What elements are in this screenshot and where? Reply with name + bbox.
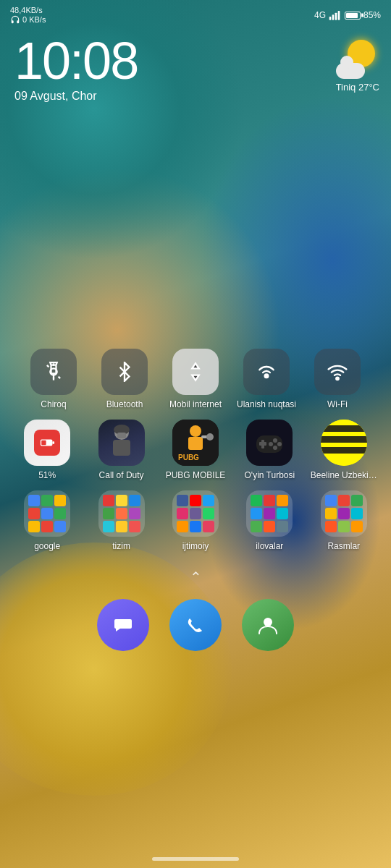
flashlight-icon: [43, 362, 64, 382]
folder-dot: [129, 495, 140, 506]
callofduty-label: Call of Duty: [99, 470, 144, 480]
toggle-chiroq[interactable]: Chiroq: [22, 349, 85, 409]
beeline-label: Beeline Uzbeki…: [311, 470, 377, 480]
svg-point-21: [190, 425, 201, 437]
network-speed: 48,4KB/s: [10, 6, 46, 14]
toggle-ulanish[interactable]: Ulanish nuqtasi: [235, 349, 298, 409]
app-callofduty[interactable]: Call of Duty: [87, 420, 156, 480]
ilovalar-folder-icon: [246, 490, 293, 537]
weather-icon: [336, 40, 375, 79]
app-pubg[interactable]: PUBG PUBG MOBILE: [161, 420, 230, 480]
svg-text:PUBG: PUBG: [178, 454, 199, 461]
folder-dot: [203, 508, 214, 519]
svg-rect-0: [329, 17, 332, 20]
app-grid-row1: 51% Call of Duty: [0, 420, 391, 490]
wifi-icon: [327, 362, 348, 382]
clock-date: 09 Avgust, Chor: [14, 90, 377, 103]
folder-dot: [203, 521, 214, 532]
pubg-label: PUBG MOBILE: [166, 470, 226, 480]
folder-dot: [116, 521, 127, 532]
chiroq-button[interactable]: [30, 349, 77, 395]
folder-dot: [103, 508, 114, 519]
hotspot-button[interactable]: [243, 349, 290, 395]
gameturbo-label: O'yin Turbosi: [245, 470, 295, 480]
folder-dot: [28, 521, 40, 532]
folder-dot: [190, 508, 201, 519]
gameturbo-icon: [246, 420, 293, 466]
folder-dot: [325, 521, 337, 532]
folder-dot: [129, 521, 140, 532]
dock-contacts[interactable]: [242, 599, 294, 651]
battery-indicator: [345, 12, 361, 20]
svg-rect-22: [188, 437, 203, 450]
dock-phone[interactable]: [169, 599, 222, 651]
folder-dot: [338, 508, 350, 519]
folder-ijtimoiy[interactable]: ijtimoiy: [161, 490, 230, 551]
folder-dot: [41, 521, 53, 532]
folder-dot: [325, 495, 337, 506]
folder-dot: [190, 495, 201, 506]
folder-dot: [116, 495, 127, 506]
folder-dot: [351, 495, 363, 506]
svg-line-7: [47, 365, 49, 367]
folder-dot: [277, 508, 288, 519]
clock-time: 10:08: [14, 35, 377, 87]
kb-speed: 0 KB/s: [22, 15, 46, 24]
ijtimoiy-folder-icon: [172, 490, 219, 537]
svg-rect-35: [321, 436, 367, 443]
messages-icon: [110, 612, 136, 638]
status-bar: 48,4KB/s 0 KB/s 4G 85%: [0, 0, 391, 27]
svg-rect-19: [117, 433, 126, 438]
folder-dot: [177, 521, 188, 532]
folder-dot: [251, 495, 262, 506]
app-gameturbo[interactable]: O'yin Turbosi: [235, 420, 304, 480]
folder-dot: [103, 521, 114, 532]
bluetooth-button[interactable]: [101, 349, 148, 395]
app-grid-row2: google tizim ijtimoiy: [0, 490, 391, 561]
tizim-folder-icon: [98, 490, 145, 537]
folder-google[interactable]: google: [12, 490, 82, 551]
toggle-wifi[interactable]: Wi-Fi: [306, 349, 369, 409]
svg-rect-28: [259, 442, 266, 446]
folder-tizim[interactable]: tizim: [87, 490, 156, 551]
folder-dot: [338, 521, 350, 532]
dock-messages[interactable]: [97, 599, 149, 651]
folder-dot: [129, 508, 140, 519]
folder-dot: [28, 508, 40, 519]
bluetooth-icon: [114, 362, 135, 382]
folder-ilovalar[interactable]: ilovalar: [235, 490, 304, 551]
svg-point-12: [336, 378, 339, 380]
svg-rect-1: [332, 14, 335, 20]
phone-icon: [182, 612, 209, 638]
toggle-bluetooth[interactable]: Bluetooth: [93, 349, 156, 409]
bluetooth-label: Bluetooth: [106, 399, 143, 409]
rasmlar-folder-label: Rasmlar: [327, 541, 360, 551]
contacts-icon: [255, 612, 281, 638]
folder-dot: [54, 508, 66, 519]
mobil-label: Mobil internet: [169, 399, 222, 409]
mobil-button[interactable]: [172, 349, 219, 395]
app-beeline[interactable]: Beeline Uzbeki…: [309, 420, 379, 480]
folder-dot: [190, 521, 201, 532]
google-folder-label: google: [34, 541, 60, 551]
folder-dot: [277, 495, 288, 506]
battery-percent: 85%: [363, 10, 381, 20]
dock: [0, 599, 391, 651]
svg-point-24: [206, 433, 214, 441]
hotspot-icon: [256, 362, 277, 382]
folder-rasmlar[interactable]: Rasmlar: [309, 490, 379, 551]
dock-indicator: ⌃: [0, 569, 391, 586]
status-right: 4G 85%: [314, 10, 381, 20]
svg-rect-14: [53, 441, 55, 444]
folder-dot: [264, 508, 275, 519]
svg-rect-3: [338, 11, 340, 20]
ilovalar-folder-label: ilovalar: [256, 541, 283, 551]
folder-dot: [351, 508, 363, 519]
app-battery[interactable]: 51%: [12, 420, 82, 480]
home-indicator[interactable]: [152, 857, 239, 861]
toggle-mobil[interactable]: Mobil internet: [164, 349, 227, 409]
svg-line-8: [59, 377, 60, 378]
folder-dot: [251, 521, 262, 532]
network-type: 4G: [314, 10, 326, 20]
wifi-button[interactable]: [314, 349, 361, 395]
